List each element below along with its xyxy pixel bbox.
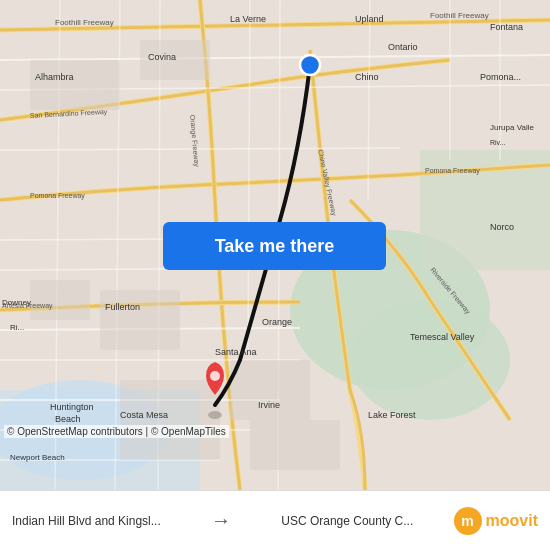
svg-point-35 — [210, 371, 220, 381]
svg-rect-28 — [100, 290, 180, 350]
svg-text:Newport Beach: Newport Beach — [10, 453, 65, 462]
svg-point-4 — [350, 300, 510, 420]
svg-rect-32 — [250, 420, 340, 470]
footer-destination-section: USC Orange County C... — [281, 514, 413, 528]
svg-text:Costa Mesa: Costa Mesa — [120, 410, 168, 420]
moovit-icon: m — [454, 507, 482, 535]
svg-text:Ontario: Ontario — [388, 42, 418, 52]
svg-point-34 — [208, 411, 222, 419]
svg-text:Pomona Freeway: Pomona Freeway — [425, 167, 480, 175]
svg-rect-30 — [120, 380, 220, 460]
svg-text:La Verne: La Verne — [230, 14, 266, 24]
svg-text:Temescal Valley: Temescal Valley — [410, 332, 475, 342]
svg-text:Lake Forest: Lake Forest — [368, 410, 416, 420]
svg-text:Fullerton: Fullerton — [105, 302, 140, 312]
svg-text:Jurupa Valle: Jurupa Valle — [490, 123, 534, 132]
origin-label: Indian Hill Blvd and Kingsl... — [12, 514, 161, 528]
map-attribution: © OpenStreetMap contributors | © OpenMap… — [4, 425, 229, 438]
svg-text:Huntington: Huntington — [50, 402, 94, 412]
svg-text:Chino: Chino — [355, 72, 379, 82]
footer-origin-section: Indian Hill Blvd and Kingsl... — [12, 514, 161, 528]
svg-text:Santa Ana: Santa Ana — [215, 347, 257, 357]
svg-text:Beach: Beach — [55, 414, 81, 424]
take-me-there-button[interactable]: Take me there — [163, 222, 386, 270]
svg-text:Ri...: Ri... — [10, 323, 24, 332]
svg-text:Irvine: Irvine — [258, 400, 280, 410]
svg-point-33 — [300, 55, 320, 75]
svg-text:Foothill Freeway: Foothill Freeway — [55, 18, 114, 27]
svg-text:Upland: Upland — [355, 14, 384, 24]
svg-text:Pomona...: Pomona... — [480, 72, 521, 82]
svg-text:Covina: Covina — [148, 52, 176, 62]
footer-bar: Indian Hill Blvd and Kingsl... → USC Ora… — [0, 490, 550, 550]
svg-text:Alhambra: Alhambra — [35, 72, 74, 82]
svg-rect-31 — [230, 360, 310, 420]
svg-text:Pomona Freeway: Pomona Freeway — [30, 192, 85, 200]
svg-text:Riv...: Riv... — [490, 139, 505, 146]
svg-text:Foothill Freeway: Foothill Freeway — [430, 11, 489, 20]
moovit-logo: m moovit — [454, 507, 538, 535]
destination-label: USC Orange County C... — [281, 514, 413, 528]
svg-text:Downey: Downey — [2, 298, 31, 307]
moovit-icon-letter: m — [461, 513, 473, 529]
map-container: Foothill Freeway Foothill Freeway San Be… — [0, 0, 550, 490]
direction-arrow: → — [211, 509, 231, 532]
moovit-text: moovit — [486, 512, 538, 530]
svg-rect-29 — [30, 280, 90, 320]
svg-text:Norco: Norco — [490, 222, 514, 232]
svg-text:Fontana: Fontana — [490, 22, 523, 32]
svg-text:Orange: Orange — [262, 317, 292, 327]
svg-rect-26 — [30, 60, 120, 110]
